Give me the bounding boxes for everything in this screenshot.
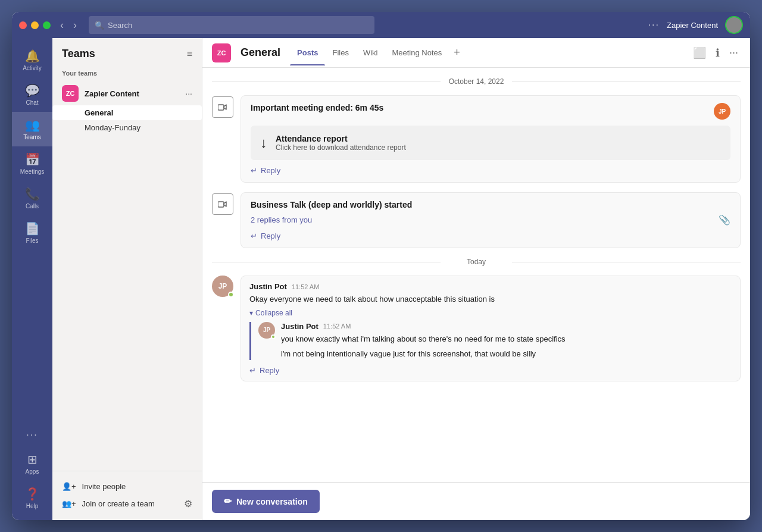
reply-author: Justin Pot xyxy=(281,322,318,331)
video-call-icon[interactable]: ⬜ xyxy=(691,44,708,62)
reply-justin[interactable]: ↵ Reply xyxy=(249,366,732,375)
collapse-all-button[interactable]: ▾ Collapse all xyxy=(249,309,732,317)
new-conversation-label: New conversation xyxy=(236,497,308,506)
reply-label-justin: Reply xyxy=(260,366,279,375)
sidebar-item-meetings-label: Meetings xyxy=(20,168,45,175)
filter-icon[interactable]: ≡ xyxy=(187,49,192,60)
channel-header: ZC General Posts Files Wiki Meeting Note… xyxy=(202,38,750,68)
invite-people-icon: 👤+ xyxy=(62,482,76,491)
attendance-text: Attendance report Click here to download… xyxy=(276,134,406,152)
reply-initials-justin: JP xyxy=(263,327,270,333)
attendance-card[interactable]: ↓ Attendance report Click here to downlo… xyxy=(251,126,730,160)
help-icon: ❓ xyxy=(25,487,40,501)
reply-avatar-justin: JP xyxy=(258,322,275,339)
team-item-zapier[interactable]: ZC Zapier Content ··· xyxy=(52,82,202,105)
settings-icon[interactable]: ⚙ xyxy=(184,498,192,509)
sidebar-item-calls[interactable]: 📞 Calls xyxy=(12,181,52,215)
nav-buttons: ‹ › xyxy=(58,19,79,32)
message-time-justin: 11:52 AM xyxy=(292,283,319,290)
sidebar-item-teams[interactable]: 👥 Teams xyxy=(12,112,52,146)
reply-text-1: you know exactly what i'm talking about … xyxy=(281,333,732,345)
activity-icon: 🔔 xyxy=(25,49,40,63)
join-create-label: Join or create a team xyxy=(82,499,155,508)
post-author-avatar-meeting: JP xyxy=(714,103,730,120)
chat-icon: 💬 xyxy=(25,83,40,98)
channel-name-general: General xyxy=(85,108,113,117)
sidebar-item-files[interactable]: 📄 Files xyxy=(12,215,52,250)
sidebar-item-apps-label: Apps xyxy=(26,468,39,475)
svg-rect-1 xyxy=(218,202,224,207)
online-status-dot xyxy=(228,292,234,298)
tab-files[interactable]: Files xyxy=(325,40,355,65)
tab-wiki[interactable]: Wiki xyxy=(356,40,385,65)
close-button[interactable] xyxy=(19,21,27,29)
thread-reply-inner: JP Justin Pot 11:52 AM you know exactly … xyxy=(258,322,732,360)
message-author-justin: Justin Pot xyxy=(249,282,287,291)
add-tab-button[interactable]: + xyxy=(449,46,465,59)
more-options-icon[interactable]: ··· xyxy=(727,44,741,61)
reply-meta: Justin Pot 11:52 AM xyxy=(281,322,732,331)
tab-posts[interactable]: Posts xyxy=(290,40,325,65)
maximize-button[interactable] xyxy=(43,21,51,29)
compose-area: ✏ New conversation xyxy=(202,482,750,520)
info-icon[interactable]: ℹ xyxy=(713,44,722,62)
apps-icon: ⊞ xyxy=(27,452,38,467)
search-bar[interactable]: 🔍 Search xyxy=(89,16,374,34)
new-conversation-button[interactable]: ✏ New conversation xyxy=(212,490,320,513)
team-name: Zapier Content xyxy=(85,89,179,98)
user-avatar-justin: JP xyxy=(212,276,233,297)
post-actions-business: 2 replies from you 📎 xyxy=(251,214,730,226)
search-input[interactable]: Search xyxy=(108,21,132,30)
download-icon: ↓ xyxy=(260,134,267,151)
team-avatar: ZC xyxy=(62,85,79,102)
titlebar: ‹ › 🔍 Search ··· Zapier Content xyxy=(12,12,750,38)
sidebar-item-activity[interactable]: 🔔 Activity xyxy=(12,43,52,77)
post-item-meeting: Important meeting ended: 6m 45s JP ↓ Att… xyxy=(212,95,741,183)
post-content-business: Business Talk (deep and worldly) started… xyxy=(241,192,741,248)
tab-meeting-notes[interactable]: Meeting Notes xyxy=(385,40,449,65)
reply-meeting[interactable]: ↵ Reply xyxy=(251,166,730,175)
posts-feed[interactable]: October 14, 2022 Important meeting ended… xyxy=(202,68,750,482)
post-header-business: Business Talk (deep and worldly) started xyxy=(251,200,730,209)
sidebar-item-apps[interactable]: ⊞ Apps xyxy=(12,446,52,481)
reply-content-thread: Justin Pot 11:52 AM you know exactly wha… xyxy=(281,322,732,360)
team-more-icon[interactable]: ··· xyxy=(185,89,192,98)
post-title-business: Business Talk (deep and worldly) started xyxy=(251,200,412,209)
reply-online-dot xyxy=(271,334,276,339)
sidebar-item-help[interactable]: ❓ Help xyxy=(12,481,52,515)
join-create-team-item[interactable]: 👥+ Join or create a team ⚙ xyxy=(62,495,192,513)
sidebar-item-chat-label: Chat xyxy=(26,99,38,106)
reply-business[interactable]: ↵ Reply xyxy=(251,231,730,240)
reply-label-business: Reply xyxy=(261,231,280,240)
sidebar-item-activity-label: Activity xyxy=(23,65,42,71)
teams-icon: 👥 xyxy=(25,118,40,132)
channel-tabs: Posts Files Wiki Meeting Notes + xyxy=(290,40,465,65)
titlebar-more-icon[interactable]: ··· xyxy=(648,20,660,30)
forward-button[interactable]: › xyxy=(71,19,79,32)
minimize-button[interactable] xyxy=(31,21,39,29)
replies-count[interactable]: 2 replies from you xyxy=(251,215,312,224)
reply-arrow-icon-2: ↵ xyxy=(251,231,257,240)
calls-icon: 📞 xyxy=(25,187,40,201)
files-icon: 📄 xyxy=(25,221,40,236)
channel-name-header: General xyxy=(241,46,280,59)
titlebar-right: ··· Zapier Content xyxy=(648,16,743,34)
left-nav: 🔔 Activity 💬 Chat 👥 Teams 📅 Meetings 📞 C… xyxy=(12,38,52,520)
sidebar-item-meetings[interactable]: 📅 Meetings xyxy=(12,146,52,181)
more-icon: ··· xyxy=(26,430,38,440)
camera-icon xyxy=(212,96,233,118)
sidebar-item-teams-label: Teams xyxy=(23,134,40,140)
back-button[interactable]: ‹ xyxy=(58,19,66,32)
channel-team-avatar: ZC xyxy=(212,43,231,62)
user-avatar[interactable] xyxy=(725,16,743,34)
date-separator-old: October 14, 2022 xyxy=(212,77,741,86)
traffic-lights xyxy=(19,21,51,29)
channel-item-monday[interactable]: Monday-Funday xyxy=(52,120,202,135)
invite-people-item[interactable]: 👤+ Invite people xyxy=(62,478,192,495)
reply-arrow-icon: ↵ xyxy=(251,166,257,175)
channel-name-monday: Monday-Funday xyxy=(85,123,140,132)
channel-item-general[interactable]: General xyxy=(52,105,202,120)
sidebar-item-more[interactable]: ··· xyxy=(12,424,52,446)
attachment-icon[interactable]: 📎 xyxy=(719,214,730,226)
sidebar-item-chat[interactable]: 💬 Chat xyxy=(12,77,52,112)
